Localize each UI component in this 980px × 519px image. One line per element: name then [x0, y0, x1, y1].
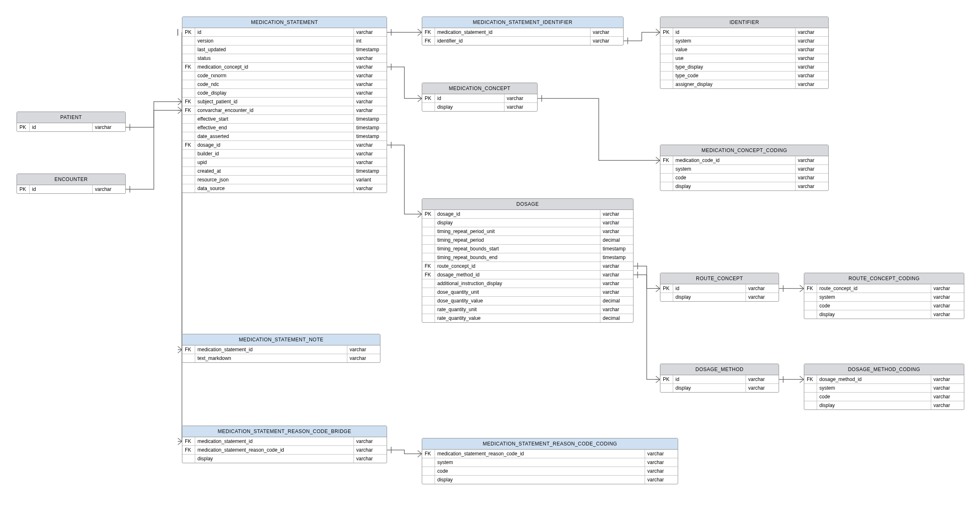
column-name: display — [435, 219, 600, 227]
column-name: id — [195, 28, 354, 37]
column-row: FKdosage_method_idvarchar — [422, 271, 633, 279]
entity-medication_statement_note[interactable]: MEDICATION_STATEMENT_NOTEFKmedication_st… — [182, 334, 380, 363]
column-name: text_markdown — [195, 354, 347, 363]
column-key — [422, 103, 435, 112]
column-type: varchar — [645, 476, 678, 484]
column-type: varchar — [931, 375, 964, 384]
column-name: date_asserted — [195, 132, 354, 141]
column-row: FKroute_concept_idvarchar — [804, 284, 964, 293]
column-key — [660, 174, 673, 182]
entity-patient[interactable]: PATIENTPKidvarchar — [17, 112, 126, 132]
column-key — [182, 158, 195, 167]
column-row: FKmedication_statement_reason_code_idvar… — [422, 450, 678, 458]
column-row: code_rxnormvarchar — [182, 71, 387, 80]
column-name: medication_statement_id — [195, 437, 354, 446]
column-row: valuevarchar — [660, 45, 828, 54]
column-row: effective_starttimestamp — [182, 115, 387, 124]
column-name: id — [673, 284, 746, 293]
column-type: varchar — [600, 279, 633, 288]
column-name: assigner_display — [673, 80, 795, 89]
column-name: convarchar_encounter_id — [195, 106, 354, 115]
column-type: varchar — [795, 182, 828, 191]
column-key: FK — [182, 63, 195, 71]
column-row: code_ndcvarchar — [182, 80, 387, 89]
entity-medication_statement_identifier[interactable]: MEDICATION_STATEMENT_IDENTIFIERFKmedicat… — [422, 17, 624, 45]
column-key — [422, 219, 435, 227]
entity-route_concept[interactable]: ROUTE_CONCEPTPKidvarchardisplayvarchar — [660, 273, 779, 302]
column-row: rate_quantity_valuedecimal — [422, 314, 633, 323]
column-type: varchar — [795, 156, 828, 165]
entity-medication_concept_coding[interactable]: MEDICATION_CONCEPT_CODINGFKmedication_co… — [660, 145, 829, 191]
entity-title: DOSAGE — [422, 199, 633, 210]
entity-columns: FKdosage_method_idvarcharsystemvarcharco… — [804, 375, 964, 409]
column-row: displayvarchar — [804, 401, 964, 410]
column-type: variant — [354, 176, 387, 184]
column-row: resource_jsonvariant — [182, 176, 387, 184]
column-type: varchar — [600, 227, 633, 236]
column-key — [182, 71, 195, 80]
column-name: rate_quantity_value — [435, 314, 600, 323]
column-key: PK — [17, 185, 29, 193]
column-type: varchar — [354, 63, 387, 71]
column-row: dose_quantity_unitvarchar — [422, 288, 633, 297]
column-key — [422, 236, 435, 245]
column-key — [182, 150, 195, 158]
column-row: FKdosage_idvarchar — [182, 141, 387, 150]
column-key — [422, 245, 435, 253]
entity-medication_statement_reason_code_bridge[interactable]: MEDICATION_STATEMENT_REASON_CODE_BRIDGEF… — [182, 426, 387, 463]
column-key — [422, 305, 435, 314]
entity-identifier[interactable]: IDENTIFIERPKidvarcharsystemvarcharvaluev… — [660, 17, 829, 89]
column-row: PKidvarchar — [422, 94, 537, 103]
column-key — [422, 458, 435, 467]
column-name: identifier_id — [435, 37, 590, 45]
column-name: system — [673, 165, 795, 174]
column-key: FK — [804, 284, 817, 293]
entity-dosage_method_coding[interactable]: DOSAGE_METHOD_CODINGFKdosage_method_idva… — [804, 364, 964, 410]
column-type: timestamp — [600, 245, 633, 253]
entity-title: MEDICATION_STATEMENT_REASON_CODE_CODING — [422, 438, 678, 450]
column-type: varchar — [600, 305, 633, 314]
column-name: system — [817, 384, 931, 393]
column-name: medication_statement_id — [195, 345, 347, 354]
column-key — [660, 293, 673, 302]
column-type: varchar — [645, 450, 678, 458]
column-key — [182, 176, 195, 184]
entity-route_concept_coding[interactable]: ROUTE_CONCEPT_CODINGFKroute_concept_idva… — [804, 273, 964, 319]
column-key: PK — [660, 284, 673, 293]
column-type: varchar — [354, 184, 387, 193]
column-type: varchar — [746, 293, 779, 302]
entity-medication_statement[interactable]: MEDICATION_STATEMENTPKidvarcharversionin… — [182, 17, 387, 193]
column-type: varchar — [354, 71, 387, 80]
column-type: varchar — [931, 401, 964, 410]
entity-medication_concept[interactable]: MEDICATION_CONCEPTPKidvarchardisplayvarc… — [422, 83, 538, 112]
column-type: decimal — [600, 297, 633, 305]
entity-dosage_method[interactable]: DOSAGE_METHODPKidvarchardisplayvarchar — [660, 364, 779, 393]
column-name: use — [673, 54, 795, 63]
column-key: FK — [182, 446, 195, 455]
column-key: PK — [660, 375, 673, 384]
column-row: displayvarchar — [660, 293, 779, 302]
column-row: code_displayvarchar — [182, 89, 387, 98]
column-key — [660, 63, 673, 71]
column-key: FK — [804, 375, 817, 384]
column-row: systemvarchar — [422, 458, 678, 467]
entity-columns: PKidvarchar — [17, 123, 125, 131]
column-name: dosage_id — [435, 210, 600, 219]
column-type: varchar — [600, 262, 633, 271]
column-type: varchar — [354, 98, 387, 106]
entity-medication_statement_reason_code_coding[interactable]: MEDICATION_STATEMENT_REASON_CODE_CODINGF… — [422, 438, 678, 484]
column-row: codevarchar — [804, 302, 964, 310]
column-row: displayvarchar — [804, 310, 964, 319]
column-type: timestamp — [354, 115, 387, 124]
column-type: timestamp — [354, 124, 387, 132]
column-type: varchar — [931, 310, 964, 319]
column-type: varchar — [354, 89, 387, 98]
column-key — [422, 467, 435, 476]
column-row: FKmedication_concept_idvarchar — [182, 63, 387, 71]
entity-title: DOSAGE_METHOD_CODING — [804, 364, 964, 375]
column-type: decimal — [600, 236, 633, 245]
entity-dosage[interactable]: DOSAGEPKdosage_idvarchardisplayvarcharti… — [422, 198, 633, 323]
column-name: display — [435, 476, 645, 484]
column-type: varchar — [931, 293, 964, 302]
entity-encounter[interactable]: ENCOUNTERPKidvarchar — [17, 174, 126, 194]
